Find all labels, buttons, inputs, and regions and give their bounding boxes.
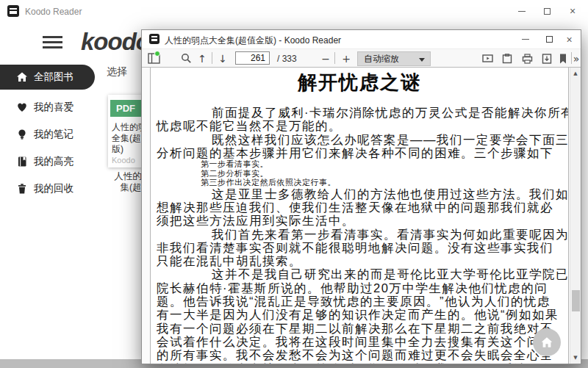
text-line: 只能在混乱中胡乱摸索。 (157, 254, 562, 267)
text-line: 题。他告诉我说“混乱正是导致忧虑的主要原因。”他认为人们的忧虑 (157, 295, 562, 308)
page-total-label: / 333 (277, 54, 297, 64)
zoom-out-button[interactable]: − (318, 51, 333, 66)
page-number-input[interactable] (235, 51, 270, 65)
maximize-icon (546, 36, 553, 43)
zoom-select[interactable]: 自动缩放 (357, 51, 431, 66)
text-line: 前面提及了威利·卡瑞尔消除忧虑的万灵公式是否能解决你所有的 (157, 106, 562, 119)
close-button[interactable]: × (558, 30, 581, 48)
reader-titlebar: 人性的弱点大全集(超值金版) - Koodo Reader × (142, 30, 581, 48)
sidebar-item-all-books[interactable]: 全部图书 (0, 65, 95, 90)
bookmark-button[interactable] (556, 51, 570, 66)
toolbar-separator (334, 52, 335, 64)
search-icon (181, 53, 192, 64)
sidebar-item-highlights[interactable]: 我的高亮 (0, 149, 95, 174)
heart-icon (16, 101, 28, 113)
presentation-mode-button[interactable] (479, 51, 495, 66)
text-line: 第二步分析事实。 (201, 169, 562, 178)
text-line: 第一步看清事实。 (201, 159, 562, 169)
scroll-down-icon[interactable]: ▼ (570, 355, 581, 361)
close-icon: × (570, 6, 576, 16)
next-page-button[interactable]: ↓ (215, 51, 230, 66)
close-button[interactable]: × (560, 0, 585, 22)
text-line: 意地把所有的事实搜集来。等快到星期二的时候我如果已经看清了所 (157, 362, 562, 364)
text-line: 我们首先来看第一步看清事实。看清事实为何如此重要呢因为除 (157, 228, 562, 241)
koodo-logo: koodo (81, 28, 150, 56)
text-line: 会试着作什么决定。我将在这段时间里集中全力去搜集有关这个问题 (157, 335, 562, 348)
menu-icon[interactable] (43, 36, 62, 48)
sidebar-item-trash[interactable]: 我的回收 (0, 176, 95, 201)
minimize-button[interactable] (509, 0, 534, 22)
sidebar-item-label: 我的高亮 (34, 155, 74, 168)
minimize-icon (522, 39, 529, 40)
more-tools-button[interactable]: » (572, 51, 581, 66)
text-line: 既然这样我们应该怎么办呢答案是——我们一定要学会下面三个 (157, 133, 562, 146)
download-icon (542, 54, 552, 64)
maximize-icon (544, 8, 551, 15)
sidebar-item-label: 我的回收 (34, 182, 74, 195)
open-file-icon (502, 54, 512, 64)
koodo-app-icon (149, 34, 159, 44)
open-file-button[interactable] (499, 51, 515, 66)
bulb-icon (16, 129, 28, 140)
screen: Koodo Reader × koodo 全部图书 我的喜爱 我的笔记 (0, 0, 588, 368)
text-line: 分析问题的基本步骤并用它们来解决各种不同的困难。三个步骤如下 (157, 146, 562, 159)
text-line: 忧虑呢不能它当然不是万能的。 (157, 119, 562, 132)
text-line: 这并不是我自己研究出来的而是哥伦比亚大学哥伦比亚学院已故 (157, 267, 562, 281)
sidebar-item-label: 我的笔记 (34, 128, 74, 141)
zoom-select-value: 自动缩放 (364, 54, 399, 64)
book-card-author: Koodo (112, 156, 135, 165)
text-line: 有一大半是因为人们没有足够的知识作决定而产生的。他说“例如如果 (157, 308, 562, 321)
toolbar-separator (212, 52, 212, 64)
scrollbar-thumb[interactable] (572, 290, 580, 311)
chapter-title: 解开忧虑之谜 (151, 70, 568, 95)
select-mode-button[interactable]: 选择 (107, 65, 127, 79)
home-icon (16, 71, 28, 83)
vertical-scrollbar[interactable]: ▲ ▼ (570, 68, 581, 364)
print-icon (522, 54, 533, 64)
sidebar-item-label: 我的喜爱 (34, 101, 74, 114)
text-line: 我有一个问题必须在下星期二以前解决那么在下星期二之前我绝对不 (157, 322, 562, 335)
pdf-page: 解开忧虑之谜 前面提及了威利·卡瑞尔消除忧虑的万灵公式是否能解决你所有的忧虑呢不… (150, 68, 569, 364)
main-window-title: Koodo Reader (25, 7, 82, 17)
text-line: 须把这些方法应用到实际生活中。 (157, 214, 562, 227)
koodo-app-icon (7, 5, 19, 17)
print-button[interactable] (519, 51, 535, 66)
notebook-icon (16, 156, 28, 167)
bookmark-icon (559, 54, 567, 64)
previous-page-button[interactable]: ↑ (195, 51, 209, 66)
minimize-icon (518, 11, 526, 12)
back-to-library-button[interactable] (533, 328, 561, 356)
scroll-up-icon[interactable]: ▲ (570, 71, 581, 76)
text-line: 想解决那些压迫我们、使我们生活整天像在地狱中的问题那我们就必 (157, 201, 562, 214)
page-body: 前面提及了威利·卡瑞尔消除忧虑的万灵公式是否能解决你所有的忧虑呢不能它当然不是万… (157, 106, 562, 364)
text-line: 这是亚里士多德教给人们的方法他也使用过这些方法。我们如果 (157, 187, 562, 201)
text-line: 第三步作出决定然后依照决定行事。 (201, 178, 562, 187)
sidebar-item-label: 全部图书 (34, 71, 74, 84)
pdf-viewer: 解开忧虑之谜 前面提及了威利·卡瑞尔消除忧虑的万灵公式是否能解决你所有的忧虑呢不… (142, 68, 581, 364)
home-icon (540, 336, 553, 349)
chevron-down-icon (419, 58, 425, 62)
pdf-toolbar: ↑ ↓ / 333 − + 自动缩放 (142, 48, 581, 68)
minimize-button[interactable] (514, 30, 537, 48)
presentation-icon (482, 54, 493, 64)
close-icon: × (566, 35, 572, 45)
main-titlebar: Koodo Reader × (0, 0, 588, 22)
sidebar-item-notes[interactable]: 我的笔记 (0, 122, 95, 147)
trash-icon (16, 183, 28, 195)
download-button[interactable] (539, 51, 555, 66)
sync-status-dot (154, 51, 160, 57)
search-button[interactable] (178, 51, 194, 66)
sidebar-item-favorites[interactable]: 我的喜爱 (0, 95, 95, 120)
text-line: 院长赫伯特·霍基斯所说的。他帮助过20万中学生解决他们忧虑的问 (157, 281, 562, 295)
reader-window-title: 人性的弱点大全集(超值金版) - Koodo Reader (165, 35, 341, 47)
maximize-button[interactable] (534, 0, 559, 22)
zoom-in-button[interactable]: + (339, 51, 354, 66)
reader-window: 人性的弱点大全集(超值金版) - Koodo Reader × ↑ ↓ / 33… (141, 29, 581, 364)
text-line: 非我们看清楚事实否则就不能很聪明地解决问题。没有这些事实我们 (157, 241, 562, 254)
text-line: 的所有事实。我不会发愁不会为这个问题而难过更不会失眠会全心全 (157, 348, 562, 361)
